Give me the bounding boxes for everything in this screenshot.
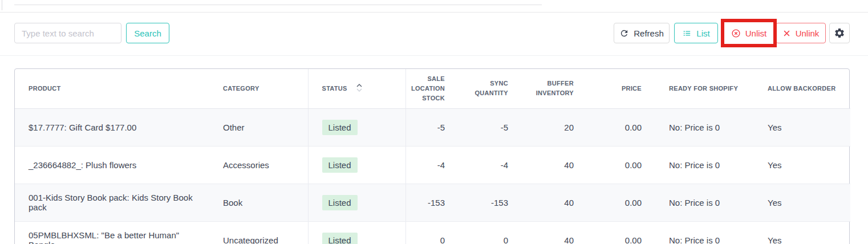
table-header-row: PRODUCTCATEGORYSTATUSSALE LOCATION STOCK…: [15, 69, 850, 108]
cell-sale-location-stock: -153: [405, 184, 459, 221]
cell-status: Listed: [308, 146, 405, 184]
cell-allow-backorder: Yes: [754, 221, 850, 244]
cell-buffer-inventory: 40: [522, 221, 587, 244]
status-badge: Listed: [322, 195, 358, 210]
cell-price: 0.00: [587, 184, 655, 221]
column-header-price: PRICE: [587, 69, 655, 108]
cell-sync-quantity: -153: [459, 184, 522, 221]
column-header-label: ALLOW BACKORDER: [768, 85, 835, 92]
unlist-button[interactable]: Unlist: [724, 22, 773, 44]
cell-allow-backorder: Yes: [754, 108, 850, 146]
cell-buffer-inventory: 20: [522, 108, 587, 146]
list-button[interactable]: List: [674, 23, 718, 43]
unlist-button-label: Unlist: [745, 29, 767, 38]
cell-allow-backorder: Yes: [754, 184, 850, 221]
products-table: PRODUCTCATEGORYSTATUSSALE LOCATION STOCK…: [15, 69, 850, 244]
partial-divider: [14, 5, 542, 5]
search-input[interactable]: [14, 23, 121, 43]
cell-ready-for-shopify: No: Price is 0: [655, 146, 754, 184]
cell-ready-for-shopify: No: Price is 0: [655, 108, 754, 146]
cell-product: $17.7777: Gift Card $177.00: [15, 108, 209, 146]
cell-status: Listed: [308, 108, 405, 146]
column-header-sync-quantity: SYNC QUANTITY: [459, 69, 522, 108]
column-header-label: CATEGORY: [223, 85, 259, 92]
column-header-label: SALE LOCATION STOCK: [411, 75, 445, 101]
list-icon: [682, 29, 692, 38]
column-header-label: READY FOR SHOPIFY: [669, 85, 738, 92]
cross-icon: [782, 29, 791, 38]
cell-product: _236664882_: Plush flowers: [15, 146, 209, 184]
circle-cross-icon: [731, 29, 741, 38]
page: Search Refresh List Unlist Unlink: [0, 0, 868, 244]
cell-product: 05PMBLBHXSML: "Be a better Human" Bangle: [15, 221, 209, 244]
search-button-label: Search: [134, 29, 161, 38]
sort-caret-icon: [356, 83, 362, 92]
table-row: _236664882_: Plush flowersAccessoriesLis…: [15, 146, 850, 184]
unlink-button[interactable]: Unlink: [776, 23, 826, 43]
cell-allow-backorder: Yes: [754, 146, 850, 184]
cell-price: 0.00: [587, 221, 655, 244]
column-header-status[interactable]: STATUS: [308, 69, 405, 108]
column-header-label: STATUS: [322, 85, 347, 92]
cell-status: Listed: [308, 221, 405, 244]
cell-ready-for-shopify: No: Price is 0: [655, 184, 754, 221]
column-header-buffer-inventory: BUFFER INVENTORY: [522, 69, 587, 108]
settings-button[interactable]: [829, 23, 850, 43]
status-badge: Listed: [322, 120, 358, 135]
column-header-category: CATEGORY: [209, 69, 308, 108]
cell-buffer-inventory: 40: [522, 146, 587, 184]
refresh-button-label: Refresh: [634, 29, 664, 38]
list-button-label: List: [696, 29, 709, 38]
cell-sale-location-stock: 0: [405, 221, 459, 244]
status-badge: Listed: [322, 233, 358, 244]
gear-icon: [834, 27, 845, 39]
column-header-label: BUFFER INVENTORY: [536, 80, 574, 96]
section-divider: [0, 55, 868, 56]
column-header-ready-for-shopify: READY FOR SHOPIFY: [655, 69, 754, 108]
cell-sync-quantity: 0: [459, 221, 522, 244]
cell-ready-for-shopify: No: Price is 0: [655, 221, 754, 244]
column-header-label: SYNC QUANTITY: [474, 80, 508, 96]
column-header-allow-backorder: ALLOW BACKORDER: [754, 69, 850, 108]
cell-status: Listed: [308, 184, 405, 221]
cell-category: Uncategorized: [209, 221, 308, 244]
unlink-button-label: Unlink: [796, 29, 820, 38]
table-row: 05PMBLBHXSML: "Be a better Human" Bangle…: [15, 221, 850, 244]
cell-product: 001-Kids Story Book pack: Kids Story Boo…: [15, 184, 209, 221]
cell-category: Other: [209, 108, 308, 146]
table-row: $17.7777: Gift Card $177.00OtherListed-5…: [15, 108, 850, 146]
top-divider: [0, 12, 868, 13]
divider-tick: [2, 0, 2, 10]
cell-price: 0.00: [587, 108, 655, 146]
cell-category: Accessories: [209, 146, 308, 184]
refresh-button[interactable]: Refresh: [614, 23, 670, 43]
status-badge: Listed: [322, 157, 358, 173]
cell-sync-quantity: -5: [459, 108, 522, 146]
column-header-sale-location-stock: SALE LOCATION STOCK: [405, 69, 459, 108]
table-row: 001-Kids Story Book pack: Kids Story Boo…: [15, 184, 850, 221]
cell-sale-location-stock: -5: [405, 108, 459, 146]
column-header-label: PRODUCT: [29, 85, 61, 92]
unlist-annotation-box: Unlist: [721, 19, 777, 47]
cell-price: 0.00: [587, 146, 655, 184]
column-header-product: PRODUCT: [15, 69, 209, 108]
refresh-icon: [619, 29, 629, 38]
search-button[interactable]: Search: [126, 23, 169, 43]
cell-category: Book: [209, 184, 308, 221]
column-header-label: PRICE: [622, 85, 642, 92]
cell-buffer-inventory: 40: [522, 184, 587, 221]
cell-sale-location-stock: -4: [405, 146, 459, 184]
products-table-card: PRODUCTCATEGORYSTATUSSALE LOCATION STOCK…: [14, 68, 850, 244]
cell-sync-quantity: -4: [459, 146, 522, 184]
